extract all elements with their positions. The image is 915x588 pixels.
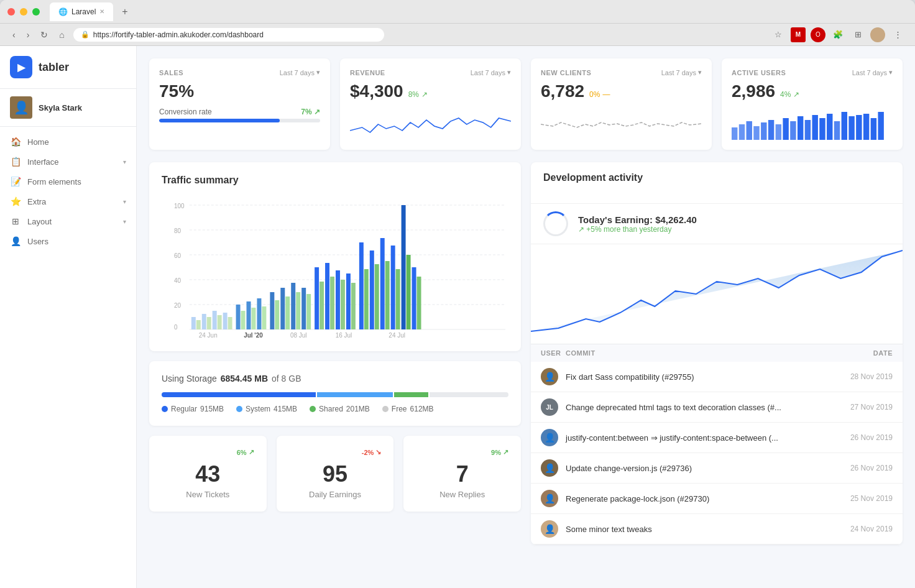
svg-rect-59 bbox=[336, 270, 340, 329]
stat-period-sales[interactable]: Last 7 days ▾ bbox=[280, 68, 320, 76]
commit-text-4: Regenerate package-lock.json (#29730) bbox=[566, 494, 818, 503]
tickets-arrow-icon: ↗ bbox=[249, 448, 254, 456]
arrow-rev-icon: ↗ bbox=[421, 90, 428, 99]
sidebar-item-extra[interactable]: ⭐ Extra ▾ bbox=[0, 191, 136, 211]
svg-rect-54 bbox=[306, 294, 311, 329]
storage-header: Using Storage 6854.45 MB of 8 GB bbox=[162, 374, 508, 384]
stat-label-users: ACTIVE USERS bbox=[732, 69, 786, 76]
svg-rect-18 bbox=[863, 114, 869, 140]
sidebar-item-interface[interactable]: 📋 Interface ▾ bbox=[0, 152, 136, 172]
earnings-arrow-icon: ↘ bbox=[375, 448, 381, 456]
svg-rect-50 bbox=[285, 296, 290, 329]
bookmark-icon[interactable]: ☆ bbox=[771, 27, 786, 42]
sidebar-item-users[interactable]: 👤 Users bbox=[0, 231, 136, 251]
menu-btn[interactable]: ⋮ bbox=[890, 27, 905, 42]
sidebar-label-users: Users bbox=[27, 237, 48, 246]
stat-change-clients: 0% — bbox=[589, 90, 610, 99]
sidebar-item-home[interactable]: 🏠 Home bbox=[0, 132, 136, 152]
progress-bar-sales bbox=[159, 119, 320, 122]
earnings-num: 95 bbox=[289, 461, 382, 487]
chevron-users-icon: ▾ bbox=[889, 68, 893, 76]
close-btn[interactable] bbox=[7, 8, 15, 16]
extension-icon[interactable]: M bbox=[791, 27, 806, 42]
traffic-chart: 100 80 60 40 20 0 bbox=[162, 196, 508, 339]
svg-rect-74 bbox=[417, 277, 421, 329]
replies-badge: 9% ↗ bbox=[416, 448, 508, 456]
svg-rect-15 bbox=[842, 112, 847, 140]
reload-btn[interactable]: ↻ bbox=[38, 29, 50, 41]
sidebar-label-layout: Layout bbox=[27, 217, 52, 226]
svg-rect-51 bbox=[291, 283, 295, 329]
chevron-period-icon: ▾ bbox=[316, 68, 320, 76]
sidebar-user[interactable]: 👤 Skyla Stark bbox=[0, 89, 136, 127]
svg-rect-41 bbox=[236, 305, 241, 329]
commit-avatar-5: 👤 bbox=[541, 520, 558, 538]
commit-text-3: Update change-version.js (#29736) bbox=[566, 464, 818, 473]
new-tab-btn[interactable]: + bbox=[118, 6, 131, 17]
chevron-layout-icon: ▾ bbox=[123, 218, 126, 225]
svg-rect-72 bbox=[407, 255, 411, 329]
table-row: 👤 Regenerate package-lock.json (#29730) … bbox=[531, 484, 903, 514]
back-btn[interactable]: ‹ bbox=[10, 29, 18, 41]
commit-text-2: justify-content:between ⇒ justify-conten… bbox=[566, 433, 818, 443]
home-icon: 🏠 bbox=[10, 137, 21, 147]
svg-text:80: 80 bbox=[174, 227, 182, 234]
user-avatar-btn[interactable] bbox=[870, 27, 885, 42]
stat-card-sales: SALES Last 7 days ▾ 75% Conversion rate … bbox=[149, 58, 330, 150]
svg-rect-12 bbox=[819, 118, 825, 140]
svg-rect-9 bbox=[798, 116, 803, 140]
free-dot bbox=[382, 406, 389, 412]
conv-label: Conversion rate 7% ↗ bbox=[159, 108, 320, 116]
sidebar-item-layout[interactable]: ⊞ Layout ▾ bbox=[0, 211, 136, 231]
sidebar: ▶ tabler 👤 Skyla Stark 🏠 Home 📋 Interfac… bbox=[0, 46, 137, 588]
stat-period-clients[interactable]: Last 7 days ▾ bbox=[661, 68, 702, 76]
browser-tab[interactable]: 🌐 Laravel ✕ bbox=[50, 2, 113, 21]
maximize-btn[interactable] bbox=[32, 8, 40, 16]
commit-avatar-2: 👤 bbox=[541, 429, 558, 446]
revenue-chart bbox=[350, 109, 511, 140]
svg-rect-53 bbox=[301, 288, 306, 329]
storage-shared-bar bbox=[394, 392, 428, 397]
home-btn[interactable]: ⌂ bbox=[57, 29, 67, 41]
tab-close-btn[interactable]: ✕ bbox=[99, 8, 104, 15]
chevron-clients-icon: ▾ bbox=[698, 68, 702, 76]
stat-change-revenue: 8% ↗ bbox=[408, 90, 428, 99]
stat-period-revenue[interactable]: Last 7 days ▾ bbox=[471, 68, 511, 76]
earning-circle bbox=[543, 211, 568, 236]
conv-val: 7% ↗ bbox=[301, 108, 320, 116]
minimize-btn[interactable] bbox=[20, 8, 27, 16]
forward-btn[interactable]: › bbox=[24, 29, 32, 41]
svg-rect-60 bbox=[341, 280, 345, 329]
grid-icon[interactable]: ⊞ bbox=[850, 27, 865, 42]
regular-dot bbox=[162, 406, 168, 412]
svg-rect-73 bbox=[412, 267, 416, 329]
storage-label: Using Storage bbox=[162, 374, 217, 384]
stat-label-revenue: REVENUE bbox=[350, 69, 385, 76]
svg-text:40: 40 bbox=[174, 277, 182, 284]
legend-shared: Shared 201MB bbox=[310, 405, 370, 413]
svg-rect-17 bbox=[856, 115, 862, 140]
stats-row: SALES Last 7 days ▾ 75% Conversion rate … bbox=[149, 58, 903, 150]
earning-amount: Today's Earning: $4,262.40 bbox=[578, 214, 697, 225]
stat-value-clients: 6,782 bbox=[541, 81, 584, 101]
puzzle-icon[interactable]: 🧩 bbox=[830, 27, 845, 42]
storage-regular-bar bbox=[162, 392, 316, 397]
regular-val: 915MB bbox=[200, 405, 224, 413]
sidebar-item-form[interactable]: 📝 Form elements bbox=[0, 172, 136, 191]
users-icon: 👤 bbox=[10, 236, 21, 246]
stat-header-users: ACTIVE USERS Last 7 days ▾ bbox=[732, 68, 893, 76]
earnings-badge: -2% ↘ bbox=[289, 448, 382, 456]
commit-text-5: Some minor text tweaks bbox=[566, 525, 818, 534]
svg-rect-67 bbox=[380, 238, 385, 329]
earning-change: ↗ +5% more than yesterday bbox=[578, 225, 697, 234]
address-bar[interactable]: 🔒 https://fortify-tabler-admin.akukoder.… bbox=[73, 28, 384, 42]
svg-rect-71 bbox=[402, 205, 406, 329]
col-date: DATE bbox=[818, 349, 893, 357]
stat-period-users[interactable]: Last 7 days ▾ bbox=[852, 68, 893, 76]
svg-rect-16 bbox=[848, 116, 854, 140]
users-chart bbox=[732, 109, 893, 140]
opera-icon[interactable]: O bbox=[811, 27, 825, 42]
tab-title: Laravel bbox=[71, 7, 96, 16]
sidebar-label-extra: Extra bbox=[27, 197, 46, 206]
dev-chart bbox=[531, 244, 903, 344]
